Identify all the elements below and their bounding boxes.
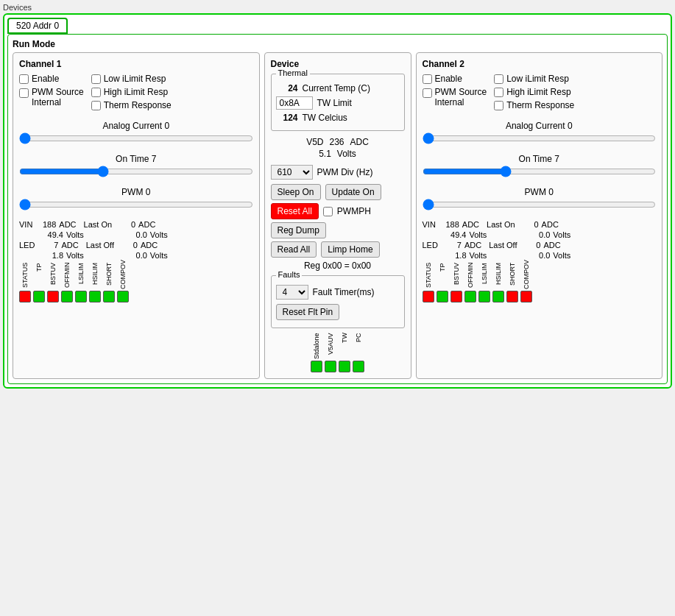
ch2-indicator-tp: TP xyxy=(437,263,448,302)
read-all-limp-row: Read All Limp Home xyxy=(271,241,405,258)
reset-all-button[interactable]: Reset All xyxy=(271,203,319,219)
ch2-led-tp xyxy=(437,291,448,302)
ch1-vin-unit: ADC xyxy=(59,220,76,229)
ch1-led-label: LED xyxy=(19,241,35,249)
ch1-last-on-volts-unit: Volts xyxy=(150,230,168,239)
ch1-therm-response-label: Therm Response xyxy=(104,100,172,110)
center-indicator-tw: TW xyxy=(339,333,350,372)
ch1-led-lsilim xyxy=(75,291,87,302)
ch2-indicator-label-6: SHORT xyxy=(509,263,516,289)
ch1-analog-current-slider[interactable] xyxy=(19,132,253,144)
ch1-indicator-label-3: OFFMIN xyxy=(63,263,71,289)
ch2-indicator-status: STATUS xyxy=(423,263,434,302)
ch2-low-ilimit-checkbox[interactable] xyxy=(494,74,503,84)
ch2-pwm-section: PWM 0 xyxy=(423,187,657,213)
ch1-analog-current-label: Analog Current 0 xyxy=(19,121,253,131)
center-indicator-label-0: Stdalone xyxy=(313,333,320,359)
ch1-last-off-unit: ADC xyxy=(141,241,158,249)
read-all-button[interactable]: Read All xyxy=(271,241,317,258)
center-led-stdalone xyxy=(311,361,322,372)
reg-dump-row: Reg Dump xyxy=(271,222,405,238)
ch1-therm-response-checkbox[interactable] xyxy=(91,101,101,110)
channel1-checkboxes: Enable PWM Source Internal xyxy=(19,74,253,113)
ch1-low-ilimit-checkbox[interactable] xyxy=(91,74,101,84)
devices-label: Devices xyxy=(3,3,672,12)
ch1-indicator-lsilim: LSILIM xyxy=(75,263,87,302)
pwmph-label: PWMPH xyxy=(337,206,371,216)
ch2-high-ilimit-checkbox[interactable] xyxy=(494,88,503,97)
ch2-last-on-volts-unit: Volts xyxy=(553,230,570,239)
channel1-panel: Channel 1 Enable PWM Source xyxy=(13,52,260,379)
ch1-pwm-label: PWM 0 xyxy=(19,187,253,197)
v5d-label: V5D xyxy=(306,137,323,147)
ch1-last-off-adc: 0 xyxy=(117,241,138,249)
current-temp-val: 24 xyxy=(276,83,298,93)
ch2-enable-label: Enable xyxy=(435,74,462,84)
ch1-last-off-volts-unit: Volts xyxy=(150,251,168,260)
pwm-div-select[interactable]: 610 1220 2440 4880 xyxy=(271,165,313,180)
limp-home-button[interactable]: Limp Home xyxy=(321,241,379,258)
ch2-pwm-source-checkbox[interactable] xyxy=(423,88,432,98)
ch1-status-grid: VIN 188 ADC Last On 0 ADC 49.4 Volts xyxy=(19,220,253,260)
run-mode-label: Run Mode xyxy=(13,39,662,49)
ch2-led-unit: ADC xyxy=(464,241,481,249)
ch1-high-ilimit-checkbox[interactable] xyxy=(91,88,101,97)
ch2-pwm-source-label: PWM Source xyxy=(435,87,487,97)
ch2-analog-current-slider[interactable] xyxy=(423,132,657,144)
ch1-enable-checkbox[interactable] xyxy=(19,74,29,84)
ch2-led-lsilim xyxy=(478,291,490,302)
pwm-div-label: PWM Div (Hz) xyxy=(317,167,373,177)
devices-section: Devices 520 Addr 0 Run Mode Channel 1 En… xyxy=(3,3,672,389)
ch1-pwm-section: PWM 0 xyxy=(19,187,253,213)
ch1-indicator-hsilim: HSILIM xyxy=(89,263,101,302)
channel2-panel: Channel 2 Enable PWM Source xyxy=(416,52,663,379)
ch1-vin-volts: 49.4 xyxy=(43,230,63,239)
ch2-on-time-slider[interactable] xyxy=(423,166,657,177)
ch1-vin-volts-unit: Volts xyxy=(66,230,84,239)
ch2-vin-unit: ADC xyxy=(462,220,479,229)
ch2-last-off-adc: 0 xyxy=(520,241,540,249)
ch1-pwm-slider[interactable] xyxy=(19,199,253,210)
ch1-vin-label: VIN xyxy=(19,220,32,229)
tw-limit-input[interactable] xyxy=(276,96,313,110)
tab-label[interactable]: 520 Addr 0 xyxy=(7,18,68,34)
ch1-pwm-source-label: PWM Source xyxy=(32,87,84,97)
ch1-last-on-volts: 0.0 xyxy=(127,230,147,239)
ch2-indicator-lsilim: LSILIM xyxy=(478,263,490,302)
ch2-last-off-unit: ADC xyxy=(543,241,560,249)
center-indicator-label-1: V5AUV xyxy=(327,333,334,359)
ch2-indicator-label-5: HSILIM xyxy=(495,263,502,289)
sleep-on-button[interactable]: Sleep On xyxy=(271,184,321,200)
ch1-enable-label: Enable xyxy=(32,74,59,84)
ch1-led-volts-unit: Volts xyxy=(66,251,84,260)
ch1-on-time-slider[interactable] xyxy=(19,166,253,177)
ch1-led-compov xyxy=(117,291,129,302)
ch1-indicator-label-7: COMPOV xyxy=(119,263,127,289)
ch2-analog-current-label: Analog Current 0 xyxy=(423,121,657,131)
ch1-last-on-adc: 0 xyxy=(115,220,135,229)
channel2-title: Channel 2 xyxy=(423,59,657,69)
ch1-pwm-source-checkbox[interactable] xyxy=(19,88,29,98)
ch2-enable-checkbox[interactable] xyxy=(423,74,432,84)
ch2-therm-response-checkbox[interactable] xyxy=(494,101,503,110)
update-on-button[interactable]: Update On xyxy=(325,184,381,200)
ch2-led-short xyxy=(506,291,518,302)
reg-dump-button[interactable]: Reg Dump xyxy=(271,222,326,238)
ch1-led-short xyxy=(103,291,115,302)
pwmph-checkbox[interactable] xyxy=(323,207,333,216)
ch2-led-offmin xyxy=(464,291,476,302)
fault-timer-select[interactable]: 4 8 16 32 xyxy=(276,285,308,300)
ch1-on-time-label: On Time 7 xyxy=(19,154,253,164)
ch2-indicator-label-1: TP xyxy=(439,263,446,289)
ch2-indicator-label-2: BSTUV xyxy=(453,263,460,289)
reset-flt-pin-button[interactable]: Reset Flt Pin xyxy=(276,304,340,320)
ch2-vin-adc: 188 xyxy=(439,220,459,229)
current-temp-label: Current Temp (C) xyxy=(303,83,370,93)
pwm-div-row: 610 1220 2440 4880 PWM Div (Hz) xyxy=(271,165,405,180)
center-indicators-row: StdaloneV5AUVTWPC xyxy=(271,333,405,372)
v5d-adc: 236 xyxy=(329,137,344,147)
ch1-last-on-unit: ADC xyxy=(138,220,155,229)
reg-text: Reg 0x00 = 0x00 xyxy=(271,261,405,271)
ch2-indicator-bstuv: BSTUV xyxy=(450,263,462,302)
ch2-pwm-slider[interactable] xyxy=(423,199,657,210)
